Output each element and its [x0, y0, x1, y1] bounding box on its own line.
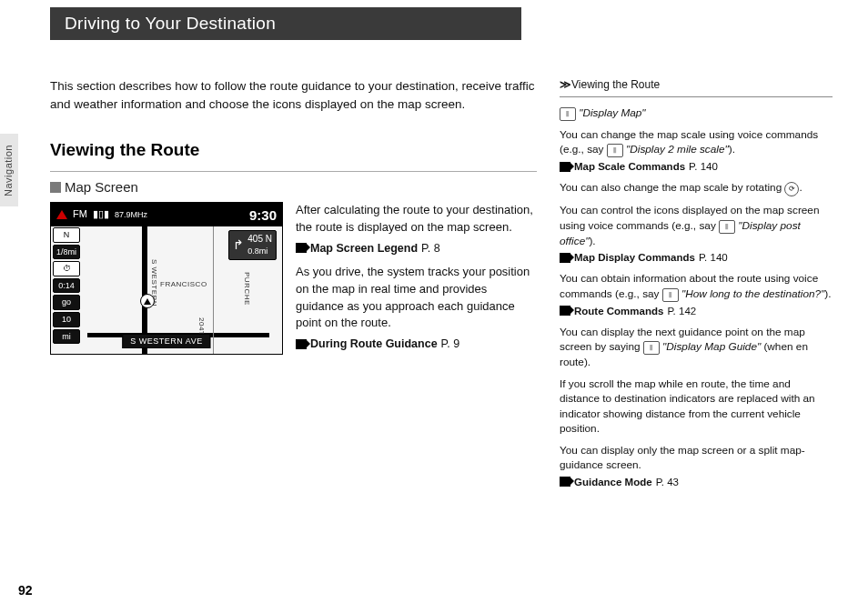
paragraph-1: After calculating the route to your dest…: [296, 202, 537, 236]
section-rule: [50, 171, 537, 172]
next-turn-box: ↱ 405 N 0.8mi: [228, 230, 277, 260]
page-title: Driving to Your Destination: [65, 12, 276, 36]
intro-text: This section describes how to follow the…: [50, 77, 537, 115]
vehicle-icon: [140, 294, 155, 308]
xref-map-display: Map Display Commands P. 140: [560, 250, 833, 265]
sidebar-p5: You can display the next guidance point …: [560, 325, 833, 370]
xref-label: Map Screen Legend: [310, 240, 418, 256]
manual-page: { "header": { "title": "Driving to Your …: [0, 0, 868, 613]
xref-during-route: During Route Guidance P. 9: [296, 336, 537, 352]
square-bullet-icon: [50, 182, 61, 193]
page-header: Driving to Your Destination: [50, 7, 521, 40]
sidebar-card: ⦀ "Display Map" You can change the map s…: [560, 96, 833, 489]
xref-map-scale: Map Scale Commands P. 140: [560, 159, 833, 174]
voice-icon: ⦀: [662, 288, 679, 302]
xref-icon: [560, 253, 570, 263]
sidebar-p6: If you scroll the map while en route, th…: [560, 377, 833, 437]
xref-icon: [560, 477, 570, 487]
main-content: This section describes how to follow the…: [50, 77, 537, 359]
subsection-label: Map Screen: [65, 177, 138, 196]
map-screenshot: FM ▮▯▮ 87.9MHz 9:30 N 1/8mi ⏱ 0:14 go 10…: [50, 202, 283, 355]
warning-triangle-icon: [56, 210, 67, 219]
page-number: 92: [18, 582, 33, 600]
exit-road: 405 N: [247, 233, 272, 246]
clock-chip: ⏱: [53, 261, 80, 276]
xref-page: P. 9: [441, 336, 460, 352]
sidebar-voice-row: ⦀ "Display Map": [560, 106, 833, 121]
paragraph-2: As you drive, the system tracks your pos…: [296, 264, 537, 332]
street-label-d: PURCHE: [242, 272, 252, 306]
xref-label: During Route Guidance: [310, 336, 438, 352]
clock: 9:30: [249, 206, 277, 225]
street-label-b: FRANCISCO: [160, 279, 207, 289]
voice-icon: ⦀: [719, 220, 735, 234]
voice-icon: ⦀: [643, 341, 660, 355]
chapter-tab: Navigation: [0, 134, 18, 206]
xref-icon: [560, 306, 570, 316]
xref-guidance-mode: Guidance Mode P. 43: [560, 475, 833, 489]
sidebar-p2: You can also change the map scale by rot…: [560, 180, 833, 196]
turn-arrow-icon: ↱: [233, 238, 244, 251]
map-left-panel: N 1/8mi ⏱ 0:14 go 10 mi: [51, 226, 82, 354]
xref-icon: [560, 162, 570, 172]
sidebar-p7: You can display only the map screen or a…: [560, 443, 833, 489]
xref-route-commands: Route Commands P. 142: [560, 304, 833, 318]
section-title: Viewing the Route: [50, 138, 537, 163]
body-text: After calculating the route to your dest…: [296, 202, 537, 359]
sidebar-p4: You can obtain information about the rou…: [560, 271, 833, 318]
xref-map-screen-legend: Map Screen Legend P. 8: [296, 240, 537, 256]
sidebar-p3: You can control the icons displayed on t…: [560, 203, 833, 265]
go-chip: go: [53, 295, 80, 310]
current-street: S WESTERN AVE: [122, 334, 210, 349]
dist-unit-chip: mi: [53, 329, 80, 345]
voice-icon: ⦀: [560, 107, 576, 121]
road-thin: [213, 226, 214, 354]
map-status-bar: FM ▮▯▮ 87.9MHz 9:30: [51, 203, 282, 226]
radio-band: FM: [73, 207, 87, 221]
dist-chip: 10: [53, 312, 80, 327]
double-chevron-icon: ≫: [560, 77, 568, 93]
radio-signal: ▮▯▮: [93, 207, 109, 221]
subsection-title: Map Screen: [50, 177, 537, 196]
map-body: N 1/8mi ⏱ 0:14 go 10 mi ↱ 405 N 0.8mi: [51, 226, 282, 354]
scale-chip: 1/8mi: [53, 245, 80, 260]
sidebar-p1: You can change the map scale using voice…: [560, 127, 833, 175]
eta-chip: 0:14: [53, 278, 80, 294]
sidebar-title: Viewing the Route: [571, 77, 660, 93]
north-indicator: N: [53, 227, 80, 243]
voice-command-display-map: "Display Map": [579, 106, 645, 119]
xref-icon: [296, 243, 307, 253]
voice-icon: ⦀: [607, 144, 623, 157]
dial-icon: ⟳: [784, 182, 799, 196]
sidebar-notes: ≫ Viewing the Route ⦀ "Display Map" You …: [560, 77, 833, 496]
xref-page: P. 8: [421, 240, 440, 256]
exit-dist: 0.8mi: [247, 246, 272, 257]
xref-icon: [296, 339, 307, 349]
radio-freq: 87.9MHz: [115, 209, 147, 221]
chapter-tab-label: Navigation: [2, 145, 15, 196]
sidebar-title-row: ≫ Viewing the Route: [560, 77, 833, 93]
